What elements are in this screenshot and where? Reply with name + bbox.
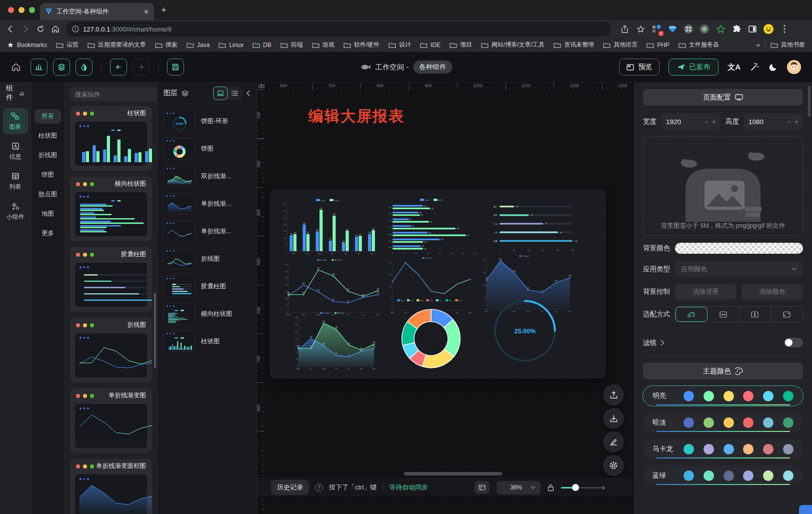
undo-button[interactable] [110, 59, 127, 76]
layers-thumb-view-button[interactable] [213, 87, 228, 100]
forward-icon[interactable] [21, 25, 30, 34]
dashboard-chart-bar[interactable]: data1data2050100150200250300350MonTueWed… [278, 197, 380, 256]
bookmark-star-icon[interactable] [635, 24, 646, 35]
dark-mode-moon-icon[interactable] [768, 63, 778, 72]
tab-close-icon[interactable]: ✕ [144, 8, 149, 16]
puzzle-extensions-icon[interactable] [731, 24, 742, 35]
component-card[interactable]: 柱状图 [70, 106, 152, 171]
dashboard-preview[interactable]: data1data2050100150200250300350MonTueWed… [270, 190, 605, 378]
language-icon[interactable]: 文A [728, 63, 740, 72]
browser-menu-icon[interactable] [779, 24, 790, 35]
bookmarks-overflow-chevron[interactable]: » [756, 41, 760, 49]
component-card[interactable]: 单折线渐变图 [70, 388, 152, 453]
bookmark-item[interactable]: 项目 [450, 41, 472, 49]
back-icon[interactable] [6, 25, 15, 34]
layers-list-view-button[interactable] [228, 87, 242, 100]
zoom-select[interactable]: 36% [496, 481, 540, 494]
lock-icon[interactable] [548, 484, 554, 491]
sidebar-item-2[interactable]: 列表 [3, 168, 28, 194]
zoom-slider[interactable] [561, 484, 604, 491]
reload-icon[interactable] [36, 25, 45, 34]
page-config-button[interactable]: 页面配置 [643, 89, 803, 106]
app-home-icon[interactable] [11, 62, 21, 72]
bookmark-item[interactable]: 资讯未整理 [554, 41, 594, 49]
sidebar-item-0[interactable]: 图表 [3, 108, 28, 134]
save-button[interactable] [167, 59, 184, 76]
component-card[interactable]: 单折线渐变面积图 [70, 459, 152, 514]
user-avatar[interactable] [787, 60, 801, 74]
fit-scale-button[interactable] [676, 307, 708, 322]
category-4[interactable]: 散点图 [34, 187, 61, 202]
category-6[interactable]: 更多 [34, 226, 61, 241]
import-button[interactable] [603, 408, 624, 429]
canvas-grid[interactable]: 编辑大屏报表 data1data2050100150200250300350Mo… [264, 90, 634, 514]
layer-item[interactable]: 折线图 [164, 248, 250, 269]
layer-item[interactable]: 单折线渐... [164, 221, 250, 242]
bookmark-item[interactable]: IDE [420, 42, 440, 49]
background-upload-dropzone[interactable]: 背景图需小于 5M，格式为 png/jpg/gif 的文件 [643, 137, 803, 236]
theme-row-0[interactable]: 明亮 [643, 386, 803, 406]
fit-stretch-button[interactable] [771, 307, 802, 322]
slider-knob[interactable] [572, 484, 579, 491]
dashboard-chart-line-double[interactable]: data1data2050100150200250300350MonTueWed… [280, 257, 382, 317]
layers-tool-button[interactable] [53, 59, 70, 76]
dot-extension-icon[interactable] [699, 24, 710, 35]
close-window-icon[interactable] [8, 7, 14, 13]
layer-item[interactable]: 柱状图 [164, 331, 250, 352]
layer-item[interactable]: 横向柱状图 [164, 303, 250, 324]
clear-color-button[interactable]: 清除颜色 [742, 284, 803, 299]
url-bar[interactable]: 127.0.0.1:3000/#/chart/home/9 [66, 22, 611, 37]
extension-grid-icon[interactable]: 9 [651, 24, 662, 35]
bookmark-item[interactable]: 运营 [56, 41, 78, 49]
dashboard-chart-area-double[interactable]: data1data2050100150200250300350MonTueWed… [290, 310, 378, 371]
bookmark-item[interactable]: 游戏 [312, 41, 334, 49]
minimize-window-icon[interactable] [18, 7, 24, 13]
height-value[interactable]: 1080 [748, 118, 784, 126]
new-tab-button[interactable]: + [161, 5, 166, 15]
help-icon[interactable]: ? [315, 483, 323, 491]
app-type-select[interactable]: 应用颜色 [675, 261, 803, 277]
filter-toggle[interactable] [784, 338, 803, 347]
plus-icon[interactable]: + [712, 118, 716, 126]
layer-item[interactable]: 单折线渐... [164, 193, 250, 214]
magic-wand-icon[interactable] [750, 62, 760, 72]
bookmark-item[interactable]: DB [252, 42, 272, 49]
command-extension-icon[interactable] [683, 24, 694, 35]
theme-color-button[interactable]: 主题颜色 [643, 363, 803, 379]
redo-button[interactable] [132, 59, 150, 76]
detail-panel-button[interactable] [474, 481, 490, 494]
bookmark-item[interactable]: PHP [646, 42, 670, 49]
component-card[interactable]: 横向柱状图 [70, 177, 152, 241]
bookmark-item[interactable]: 软件/硬件 [344, 41, 380, 49]
theme-row-3[interactable]: 蓝绿 [643, 465, 803, 485]
fit-height-button[interactable] [740, 307, 772, 322]
bg-color-swatch[interactable] [675, 243, 803, 254]
dashboard-chart-ring[interactable]: 25.00% [482, 295, 568, 366]
bookmark-item[interactable]: 网站/博客/文章/工具 [481, 41, 544, 49]
category-1[interactable]: 柱状图 [34, 129, 61, 143]
chevron-right-icon[interactable] [660, 340, 664, 346]
category-3[interactable]: 饼图 [34, 168, 61, 182]
canvas-area[interactable]: 6007008009001000110012001300 20030040050… [257, 83, 634, 514]
width-stepper[interactable]: 1920 − + [662, 114, 720, 130]
layer-item[interactable]: 饼图 [164, 138, 250, 159]
bookmarks-root[interactable]: Bookmarks [7, 42, 47, 49]
canvas-page-title[interactable]: 编辑大屏报表 [308, 106, 404, 127]
dashboard-chart-donut[interactable]: MonTueWedThuFriSatSun [384, 297, 478, 373]
collapse-panel-icon[interactable] [246, 90, 250, 97]
window-controls[interactable] [8, 7, 35, 13]
bookmark-item[interactable]: 近期需要读的文章 [88, 41, 146, 49]
charts-tool-button[interactable] [30, 59, 48, 76]
bookmark-item[interactable]: Java [186, 42, 210, 49]
publish-button[interactable]: 已发布 [668, 59, 718, 76]
browser-tab[interactable]: 工作空间-各种组件 ✕ [40, 3, 154, 20]
other-bookmarks[interactable]: 其他书签 [770, 41, 805, 49]
plus-icon[interactable]: + [794, 118, 798, 126]
maximize-window-icon[interactable] [29, 7, 35, 13]
history-button[interactable]: 历史记录 [271, 480, 309, 495]
width-value[interactable]: 1920 [666, 118, 701, 126]
workspace-name-badge[interactable]: 各种组件 [413, 61, 452, 74]
theme-row-1[interactable]: 暗淡 [643, 412, 803, 432]
eye-icon[interactable] [258, 83, 264, 89]
category-5[interactable]: 地图 [34, 207, 61, 221]
